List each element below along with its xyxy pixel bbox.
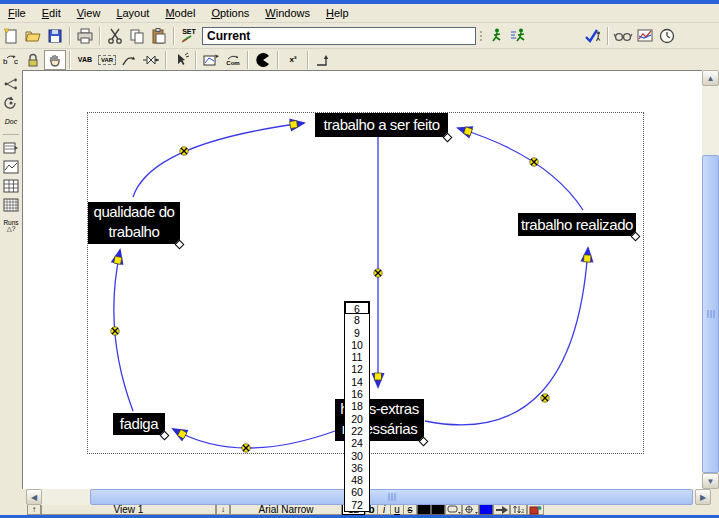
save-icon[interactable] [44,26,66,46]
hand-tool-icon[interactable] [44,50,66,70]
check-model-icon[interactable] [582,26,604,46]
synthesim-icon[interactable] [508,26,530,46]
cut-icon[interactable] [104,26,126,46]
font-size-option[interactable]: 11 [345,351,369,363]
link-handle[interactable] [180,147,188,155]
link-handle[interactable] [541,394,549,402]
print-icon[interactable] [74,26,96,46]
merge-tool-icon[interactable] [170,50,192,70]
link-handle[interactable] [111,327,119,335]
menu-item[interactable]: Windows [257,6,318,20]
font-size-option[interactable]: 36 [345,462,369,474]
equations-tool-icon[interactable]: x² [282,50,304,70]
text-color-swatch[interactable] [417,504,431,515]
font-size-option[interactable]: 24 [345,437,369,449]
clock-icon[interactable] [656,26,678,46]
horizontal-scroll-thumb[interactable] [90,489,693,505]
variable-trabalho-a-ser-feito[interactable]: trabalho a ser feito [315,113,448,137]
link-realizado-to-feito[interactable] [458,128,583,210]
new-document-icon[interactable] [0,26,22,46]
link-handle[interactable] [242,444,250,452]
fill-color-swatch[interactable] [431,504,445,515]
vertical-scroll-thumb[interactable] [702,155,719,473]
text-style-button[interactable]: u [391,504,404,515]
font-size-option[interactable]: 20 [345,413,369,425]
view-down-button[interactable]: ↓ [216,504,230,515]
font-size-option[interactable]: 6 [345,302,369,314]
font-size-option[interactable]: 8 [345,314,369,326]
scroll-left-button[interactable]: ◀ [26,489,42,505]
link-arrowhead[interactable] [111,247,127,265]
link-arrowhead[interactable] [454,121,473,138]
link-qualidade-to-feito[interactable] [133,123,304,197]
scroll-up-button[interactable]: ▲ [702,70,719,86]
link-arrowhead[interactable] [168,422,188,441]
scroll-right-button[interactable]: ▶ [695,489,711,505]
view-name-panel[interactable]: View 1 [41,504,216,515]
paste-icon[interactable] [148,26,170,46]
font-size-option[interactable]: 16 [345,388,369,400]
font-name-panel[interactable]: Arial Narrow [230,504,342,515]
causes-tree-icon[interactable] [1,74,21,93]
arrowhead-button[interactable] [493,504,510,515]
font-size-option[interactable]: 60 [345,486,369,498]
variable-qualidade-do-trabalho[interactable]: qualidade do trabalho [88,202,180,244]
link-arrowhead[interactable] [372,373,385,389]
vertical-scrollbar[interactable]: ▲ ▼ [702,70,719,489]
text-style-button[interactable]: i [378,504,391,515]
graph-icon[interactable] [1,157,21,176]
text-style-button[interactable]: s [404,504,417,515]
menu-item[interactable]: Help [318,6,357,20]
table-icon[interactable] [1,176,21,195]
font-size-option[interactable]: 9 [345,327,369,339]
link-handle[interactable] [530,158,538,166]
arrow-tool-icon[interactable] [118,50,140,70]
font-size-option[interactable]: 30 [345,450,369,462]
link-arrowhead[interactable] [289,116,307,131]
shadow-variable-tool-icon[interactable]: VAR [96,50,118,70]
link-handle[interactable] [374,269,382,277]
causes-strip-icon[interactable] [1,138,21,157]
scroll-down-button[interactable]: ▼ [702,473,719,489]
polarity-tool-icon[interactable] [312,50,334,70]
font-size-dropdown[interactable]: 6891011121416182022243036486072 [344,301,370,512]
uses-tree-icon[interactable] [1,93,21,112]
font-size-option[interactable]: 18 [345,400,369,412]
arrow-width-button[interactable]: 2 [510,504,527,515]
font-size-option[interactable]: 12 [345,363,369,375]
variable-trabalho-realizado[interactable]: trabalho realizado [518,213,636,236]
set-dataset-icon[interactable]: SET [178,26,200,46]
font-size-option[interactable]: 22 [345,425,369,437]
link-horas-to-realizado[interactable] [425,248,588,425]
link-arrowhead[interactable] [581,246,595,263]
link-horas-to-fadiga[interactable] [173,429,335,448]
variable-tool-icon[interactable]: VAB [74,50,96,70]
io-object-tool-icon[interactable] [200,50,222,70]
arrow-position-button[interactable] [462,504,479,515]
view-up-button[interactable]: ↑ [27,504,41,515]
document-icon[interactable]: Doc [1,112,21,131]
menu-item[interactable]: File [0,6,34,20]
font-size-option[interactable]: 10 [345,339,369,351]
table-time-icon[interactable] [1,195,21,214]
open-folder-icon[interactable] [22,26,44,46]
delete-tool-icon[interactable] [252,50,274,70]
rate-tool-icon[interactable] [140,50,162,70]
font-size-option[interactable]: 48 [345,474,369,486]
copy-icon[interactable] [126,26,148,46]
wand-button[interactable] [527,504,544,515]
menu-item[interactable]: Edit [34,6,69,20]
runs-compare-icon[interactable]: Runs △? [1,214,21,238]
glasses-icon[interactable] [612,26,634,46]
menu-item[interactable]: Layout [108,6,157,20]
variable-fadiga[interactable]: fadiga [113,413,165,435]
menu-item[interactable]: View [69,6,109,20]
font-size-option[interactable]: 72 [345,499,369,511]
line-color-swatch[interactable] [479,504,493,515]
dataset-field[interactable] [202,27,476,45]
lock-icon[interactable] [22,50,44,70]
font-size-option[interactable]: 14 [345,376,369,388]
text-pointer-tool-icon[interactable]: bc [0,50,22,70]
shape-style-button[interactable] [445,504,462,515]
simulate-icon[interactable] [486,26,508,46]
